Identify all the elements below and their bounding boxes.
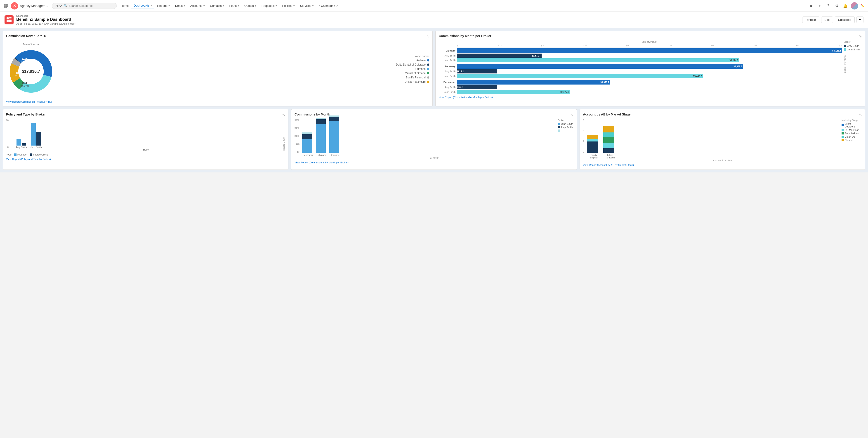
tiffany-x-label: Tiffany Tompson [604,154,616,159]
policy-type-widget: Policy and Type by Broker ⤡ 20 0 [3,109,288,170]
tick-9k: $9k [839,44,842,47]
sum-amount-label: Sum of Amount [457,41,842,43]
subscribe-button[interactable]: Subscribe [835,17,855,23]
settings-icon[interactable]: ⚙ [834,3,840,9]
svg-text:$2.6k: $2.6k [22,58,27,60]
notifications-icon[interactable]: 🔔 [842,3,848,9]
other-broker-label: - [561,129,562,132]
nav-proposals[interactable]: Proposals ▼ [259,3,280,9]
anthem-dot [427,59,429,61]
comm-x-axis: December February January [294,154,574,156]
edit-button[interactable]: Edit [821,17,833,23]
nav-plans[interactable]: Plans ▼ [227,3,242,9]
december-total-bar: $3,378.7 [457,80,610,85]
donut-total: $17,930.7 [22,69,40,74]
nav-dashboards[interactable]: Dashboards ▼ [131,2,154,9]
comm-broker-legend: Broker John Smith Amy Smith - [558,119,574,153]
inforce-label: Inforce Client [33,153,48,156]
amy-legend-sq [844,45,846,47]
january-total-value: $8,166.5 [832,50,841,52]
broker-legend-items: Amy Smith John Smith [844,44,860,51]
jan-stack [329,116,339,153]
delta-dot [427,63,429,66]
jan-x-label: January [330,154,340,156]
policy-type-view-report[interactable]: View Report (Policy and Type by Broker) [6,158,285,160]
december-amy-value: $903.6 [457,86,463,88]
account-ae-title: Account by AE by Market Stage [583,113,630,116]
nav-accounts[interactable]: Accounts ▼ [188,3,207,9]
policy-type-expand-icon[interactable]: ⤡ [282,113,285,117]
nav-services[interactable]: Services ▼ [298,3,316,9]
other-legend-sq [558,129,560,132]
amy-broker-label: Amy Smith [16,146,27,149]
legend-item-anthem: Anthem [60,59,429,62]
search-input[interactable] [69,4,114,7]
commission-ytd-view-report[interactable]: View Report (Commission Revenue YTD) [6,100,429,103]
closed-legend: Closed [842,139,862,142]
refresh-button[interactable]: Refresh [802,17,819,23]
tick-2k: $2k [541,44,544,47]
account-ae-view-report[interactable]: View Report (Account by AE by Market Sta… [583,164,862,166]
sandy-oe-meetings [587,139,598,142]
ae-y-4: 4 [583,129,584,132]
help-icon[interactable]: ? [825,3,831,9]
john-legend-label: John Smith [847,48,860,51]
nav-contacts[interactable]: Contacts ▼ [208,3,226,9]
add-icon[interactable]: ＋ [816,3,823,9]
feb-x-label: February [316,154,326,156]
search-scope-select[interactable]: All [55,4,62,8]
february-john-label: John Smith [439,75,457,77]
policy-type-header: Policy and Type by Broker ⤡ [6,113,285,117]
nav-quotes[interactable]: Quotes ▼ [242,3,259,9]
commissions-broker-view-report[interactable]: View Report (Commissions by Month per Br… [439,96,862,98]
svg-rect-3 [4,5,5,7]
commissions-broker-expand-icon[interactable]: ⤡ [859,34,862,38]
pencil-icon[interactable]: ✏️ [860,3,865,8]
bar-groups: Amy Smith John Smith [11,119,281,149]
nav-reports[interactable]: Reports ▼ [155,3,172,9]
amy-legend-label: Amy Smith [847,44,859,47]
john-group: John Smith [30,121,41,149]
tick-3k: $3k [583,44,587,47]
january-amy-label: Amy Smith [439,55,457,57]
broker-legend: Broker Amy Smith John Smith Broker > For… [844,41,862,94]
commissions-month-view-report[interactable]: View Report (Commissions by Month per Br… [294,161,574,164]
svg-text:(7.17%): (7.17%) [16,74,22,76]
search-bar[interactable]: All 🔍 [52,3,117,9]
john-legend-sq2 [558,123,560,125]
february-john-bar: $5,460.2 [457,74,703,78]
star-icon[interactable]: ★ [808,3,814,9]
february-total-bar: $6,385.5 [457,64,743,69]
type-label: Type [6,153,11,156]
february-amy-bar: $925.2 [457,69,497,73]
january-john-label: John Smith [439,59,457,62]
jan-amy-seg [329,117,339,121]
more-options-button[interactable]: ▼ [857,17,864,23]
account-ae-expand-icon[interactable]: ⤡ [859,113,862,117]
legend-item-mutual: Mutual of Omaha [60,72,429,75]
commissions-month-expand-icon[interactable]: ⤡ [570,113,574,117]
february-amy-value: $925.2 [457,70,464,73]
january-john-bar: $6,294.8 [457,58,739,62]
january-label: January [439,49,457,52]
nav-calendar[interactable]: * Calendar ▼ ✕ [317,3,341,9]
commission-ytd-expand-icon[interactable]: ⤡ [426,34,429,38]
amy-inforce-bar [22,143,26,146]
user-avatar[interactable] [851,2,858,9]
nav-home[interactable]: Home [119,3,131,9]
february-total-value: $6,385.5 [734,65,742,68]
broker-for-month-label: Broker > For Month [844,55,846,73]
anthem-label: Anthem [416,59,426,62]
nav-deals[interactable]: Deals ▼ [173,3,188,9]
john-broker-label: John Smith [561,123,573,125]
ae-y-2: 2 [583,140,584,143]
feb-stack [316,118,326,153]
svg-text:$5.3k: $5.3k [22,82,27,84]
prospect-sq [14,153,17,156]
sandy-closed [587,135,598,139]
calendar-close-icon[interactable]: ✕ [336,4,338,7]
apps-grid-icon[interactable] [3,3,9,9]
dashboard-subtitle: As of Feb 25, 2020, 10:40 AM·Viewing as … [16,22,75,25]
type-legend: Type Prospect Inforce Client [6,153,285,156]
nav-policies[interactable]: Policies ▼ [280,3,298,9]
